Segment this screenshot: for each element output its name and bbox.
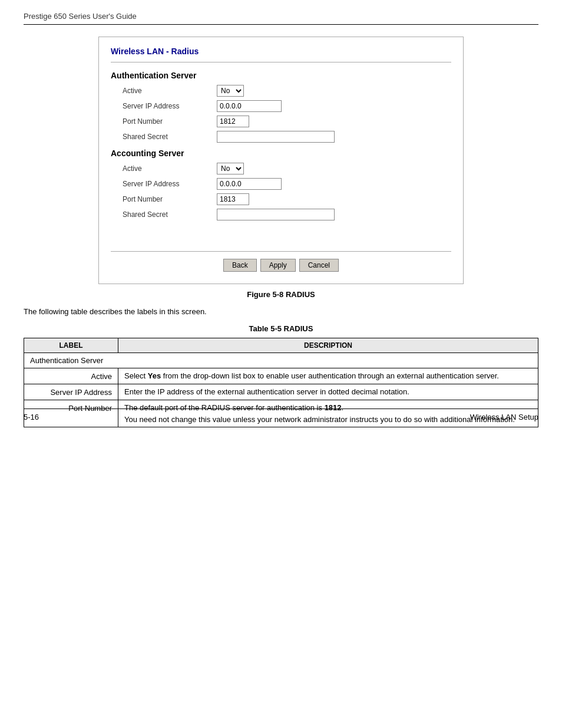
acct-port-input[interactable]	[217, 193, 249, 205]
apply-button[interactable]: Apply	[260, 259, 296, 272]
back-button[interactable]: Back	[223, 259, 257, 272]
dialog-title: Wireless LAN - Radius	[111, 47, 451, 56]
page-footer: 5-16 Wireless LAN Setup	[24, 409, 538, 421]
acct-secret-input[interactable]	[217, 209, 335, 220]
auth-port-row: Port Number	[111, 116, 451, 127]
acct-secret-label: Shared Secret	[123, 210, 217, 219]
auth-server-section-title: Authentication Server	[111, 71, 451, 80]
auth-server-ip-row: Server IP Address	[111, 100, 451, 112]
dialog-divider	[111, 62, 451, 62]
auth-port-input[interactable]	[217, 116, 249, 127]
auth-server-ip-label: Server IP Address	[123, 102, 217, 110]
figure-caption: Figure 5-8 RADIUS	[24, 290, 538, 299]
header-title: Prestige 650 Series User's Guide	[24, 12, 137, 21]
acct-active-label: Active	[123, 164, 217, 173]
table-row: Server IP Address Enter the IP address o…	[24, 384, 538, 400]
auth-server-ip-input[interactable]	[217, 100, 282, 112]
intro-text: The following table describes the labels…	[24, 307, 538, 316]
table-title: Table 5-5 RADIUS	[24, 324, 538, 333]
table-desc-server-ip: Enter the IP address of the external aut…	[118, 384, 538, 400]
button-row: Back Apply Cancel	[111, 259, 451, 272]
acct-server-section-title: Accounting Server	[111, 149, 451, 158]
footer-right: Wireless LAN Setup	[470, 413, 538, 421]
acct-server-ip-label: Server IP Address	[123, 180, 217, 188]
table-label-server-ip: Server IP Address	[24, 384, 118, 400]
acct-secret-row: Shared Secret	[111, 209, 451, 220]
acct-active-select[interactable]: No Yes	[217, 163, 243, 174]
table-row: Active Select Yes from the drop-down lis…	[24, 368, 538, 384]
cancel-button[interactable]: Cancel	[299, 259, 339, 272]
acct-active-row: Active No Yes	[111, 163, 451, 174]
dialog-box: Wireless LAN - Radius Authentication Ser…	[98, 37, 464, 284]
auth-secret-label: Shared Secret	[123, 133, 217, 141]
auth-active-row: Active No Yes	[111, 85, 451, 97]
acct-active-select-wrapper[interactable]: No Yes	[217, 163, 244, 174]
auth-active-label: Active	[123, 87, 217, 95]
auth-secret-input[interactable]	[217, 131, 335, 143]
footer-left: 5-16	[24, 413, 39, 421]
acct-port-row: Port Number	[111, 193, 451, 205]
dialog-bottom-divider	[111, 251, 451, 252]
col-header-description: DESCRIPTION	[118, 338, 538, 353]
acct-server-ip-row: Server IP Address	[111, 178, 451, 190]
acct-port-label: Port Number	[123, 195, 217, 203]
auth-active-select[interactable]: No Yes	[217, 85, 243, 96]
auth-server-section-cell: Authentication Server	[24, 353, 538, 368]
auth-secret-row: Shared Secret	[111, 131, 451, 143]
table-label-active: Active	[24, 368, 118, 384]
acct-server-ip-input[interactable]	[217, 178, 282, 190]
page-header: Prestige 650 Series User's Guide	[24, 12, 538, 25]
col-header-label: LABEL	[24, 338, 118, 353]
table-section-row: Authentication Server	[24, 353, 538, 368]
auth-active-select-wrapper[interactable]: No Yes	[217, 85, 244, 97]
table-desc-active: Select Yes from the drop-down list box t…	[118, 368, 538, 384]
auth-port-label: Port Number	[123, 117, 217, 126]
